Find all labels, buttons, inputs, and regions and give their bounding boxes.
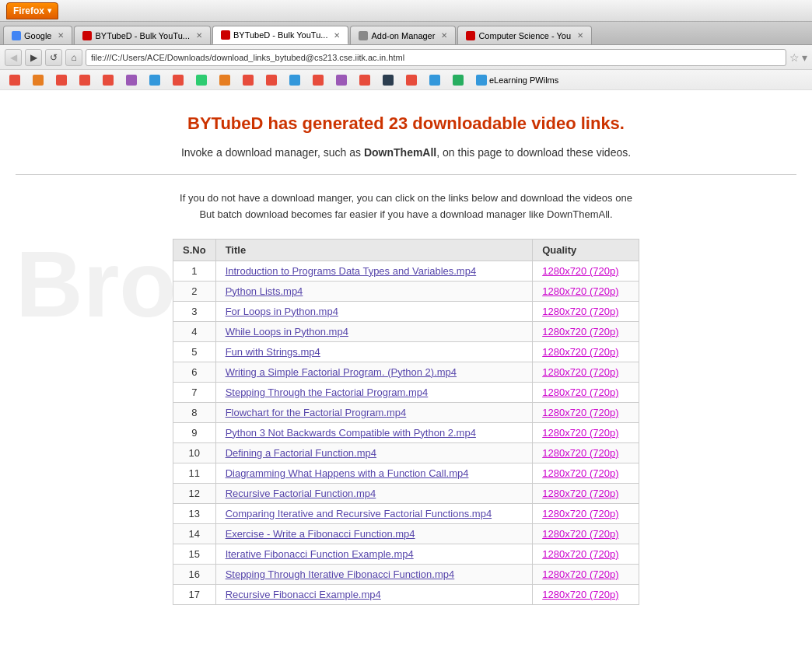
video-link[interactable]: For Loops in Python.mp4	[226, 306, 338, 317]
cell-quality: 1280x720 (720p)	[533, 503, 639, 523]
col-header-title: Title	[215, 239, 533, 261]
tab-close-icon[interactable]: ✕	[58, 31, 64, 40]
table-row: 9Python 3 Not Backwards Compatible with …	[173, 422, 639, 442]
cell-title: Fun with Strings.mp4	[215, 341, 533, 362]
bookmark-item[interactable]	[51, 73, 72, 87]
quality-link[interactable]: 1280x720 (720p)	[542, 568, 618, 580]
bookmark-item[interactable]	[285, 73, 305, 87]
quality-link[interactable]: 1280x720 (720p)	[542, 528, 618, 540]
video-link[interactable]: Stepping Through Iterative Fibonacci Fun…	[226, 568, 455, 580]
cell-title: Exercise - Write a Fibonacci Function.mp…	[215, 523, 533, 544]
cell-title: Recursive Factorial Function.mp4	[215, 483, 533, 503]
table-row: 13Comparing Iterative and Recursive Fact…	[173, 503, 639, 523]
quality-link[interactable]: 1280x720 (720p)	[542, 386, 618, 398]
tab-close-icon[interactable]: ✕	[441, 31, 447, 40]
bookmark-item[interactable]	[145, 73, 165, 87]
tab-addon-manager[interactable]: Add-on Manager ✕	[350, 26, 456, 44]
cell-title: Recursive Fibonacci Example.mp4	[215, 584, 533, 604]
firefox-menu-button[interactable]: Firefox	[6, 2, 58, 19]
quality-link[interactable]: 1280x720 (720p)	[542, 467, 618, 479]
tab-close-icon[interactable]: ✕	[334, 31, 340, 40]
bookmarks-bar: eLearning PWilms	[0, 70, 812, 90]
cell-sno: 3	[173, 301, 216, 321]
video-link[interactable]: Defining a Factorial Function.mp4	[226, 447, 376, 459]
cell-sno: 11	[173, 463, 216, 483]
quality-link[interactable]: 1280x720 (720p)	[542, 427, 618, 439]
bookmark-item[interactable]	[121, 73, 142, 87]
video-link[interactable]: Introduction to Programs Data Types and …	[226, 265, 477, 277]
forward-button[interactable]: ▶	[25, 49, 42, 66]
quality-link[interactable]: 1280x720 (720p)	[542, 447, 618, 459]
bookmark-item[interactable]	[401, 73, 422, 87]
quality-link[interactable]: 1280x720 (720p)	[542, 366, 618, 378]
bookmark-item[interactable]	[168, 73, 188, 87]
video-link[interactable]: Diagramming What Happens with a Function…	[226, 467, 469, 479]
home-button[interactable]: ⌂	[65, 49, 82, 66]
video-link[interactable]: Python 3 Not Backwards Compatible with P…	[226, 427, 476, 439]
table-row: 11Diagramming What Happens with a Functi…	[173, 463, 639, 483]
quality-link[interactable]: 1280x720 (720p)	[542, 589, 618, 600]
tab-google[interactable]: Google ✕	[3, 26, 72, 44]
video-link[interactable]: Recursive Factorial Function.mp4	[226, 488, 376, 499]
tab-computer-science[interactable]: Computer Science - You ✕	[457, 26, 592, 44]
cell-quality: 1280x720 (720p)	[533, 341, 639, 362]
bookmark-item[interactable]	[28, 73, 48, 87]
back-button[interactable]: ◀	[5, 49, 22, 66]
bookmark-item[interactable]	[5, 73, 25, 87]
quality-link[interactable]: 1280x720 (720p)	[542, 548, 618, 560]
quality-link[interactable]: 1280x720 (720p)	[542, 488, 618, 499]
tab-close-icon[interactable]: ✕	[196, 31, 202, 40]
tab-label: Computer Science - You	[478, 31, 571, 40]
video-link[interactable]: Fun with Strings.mp4	[226, 346, 320, 358]
video-link[interactable]: Recursive Fibonacci Example.mp4	[226, 589, 381, 600]
bookmark-elearning[interactable]: eLearning PWilms	[471, 73, 563, 87]
bookmark-item[interactable]	[425, 73, 445, 87]
tab-bytubed-1[interactable]: BYTubeD - Bulk YouTu... ✕	[74, 26, 210, 44]
bookmark-item[interactable]	[98, 73, 118, 87]
bookmark-item[interactable]	[448, 73, 468, 87]
page-main-title: BYTubeD has generated 23 downloadable vi…	[16, 114, 796, 134]
tab-label: BYTubeD - Bulk YouTu...	[95, 31, 189, 40]
cell-sno: 14	[173, 523, 216, 544]
cell-quality: 1280x720 (720p)	[533, 483, 639, 503]
video-link[interactable]: Flowchart for the Factorial Program.mp4	[226, 407, 407, 418]
bookmark-item[interactable]	[378, 73, 398, 87]
video-link[interactable]: While Loops in Python.mp4	[226, 326, 348, 337]
video-link[interactable]: Writing a Simple Factorial Program. (Pyt…	[226, 366, 457, 378]
cell-quality: 1280x720 (720p)	[533, 362, 639, 382]
cell-quality: 1280x720 (720p)	[533, 402, 639, 422]
quality-link[interactable]: 1280x720 (720p)	[542, 326, 618, 337]
bookmark-star[interactable]: ☆ ▾	[789, 51, 807, 64]
video-link[interactable]: Stepping Through the Factorial Program.m…	[226, 386, 429, 398]
tab-bytubed-2[interactable]: BYTubeD - Bulk YouTu... ✕	[212, 26, 348, 44]
bookmark-item[interactable]	[215, 73, 235, 87]
quality-link[interactable]: 1280x720 (720p)	[542, 265, 618, 277]
quality-link[interactable]: 1280x720 (720p)	[542, 285, 618, 297]
video-link[interactable]: Iterative Fibonacci Function Example.mp4	[226, 548, 414, 560]
bookmark-item[interactable]	[308, 73, 328, 87]
quality-link[interactable]: 1280x720 (720p)	[542, 407, 618, 418]
table-row: 14Exercise - Write a Fibonacci Function.…	[173, 523, 639, 544]
quality-link[interactable]: 1280x720 (720p)	[542, 508, 618, 519]
cell-quality: 1280x720 (720p)	[533, 321, 639, 341]
video-link[interactable]: Comparing Iterative and Recursive Factor…	[226, 508, 492, 519]
reload-button[interactable]: ↺	[45, 49, 62, 66]
bookmark-item[interactable]	[238, 73, 258, 87]
bookmark-item[interactable]	[75, 73, 95, 87]
bookmark-item[interactable]	[331, 73, 352, 87]
tab-close-icon[interactable]: ✕	[577, 31, 583, 40]
quality-link[interactable]: 1280x720 (720p)	[542, 346, 618, 358]
subtitle-before: Invoke a download manager, such as	[181, 146, 364, 159]
cell-title: Stepping Through Iterative Fibonacci Fun…	[215, 564, 533, 584]
quality-link[interactable]: 1280x720 (720p)	[542, 306, 618, 317]
bookmark-item[interactable]	[355, 73, 375, 87]
bookmark-item[interactable]	[261, 73, 282, 87]
title-bar: Firefox	[0, 0, 812, 22]
video-link[interactable]: Exercise - Write a Fibonacci Function.mp…	[226, 528, 415, 540]
bookmark-item[interactable]	[191, 73, 212, 87]
address-bar[interactable]: file:///C:/Users/ACE/Downloads/download_…	[86, 49, 786, 66]
cell-sno: 1	[173, 261, 216, 281]
cell-sno: 7	[173, 382, 216, 402]
video-link[interactable]: Python Lists.mp4	[226, 285, 303, 297]
navigation-bar: ◀ ▶ ↺ ⌂ file:///C:/Users/ACE/Downloads/d…	[0, 45, 812, 70]
